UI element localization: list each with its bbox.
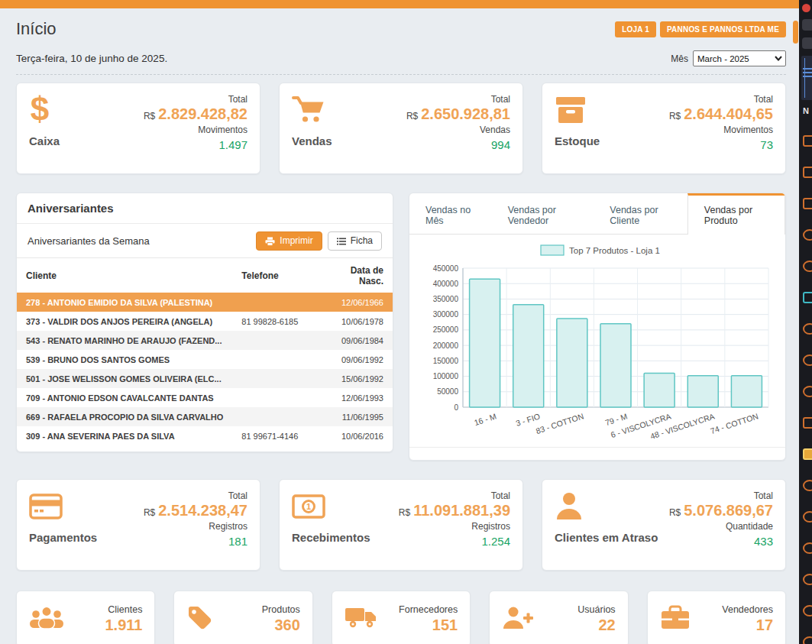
app-dock-icon[interactable] (803, 292, 812, 303)
mini-chart-thumbnail (801, 56, 812, 100)
strip-letter-label: N (803, 106, 812, 115)
column-header-data-nasc: Data de Nasc. (321, 258, 393, 293)
client-cell: 543 - RENATO MARINHO DE ARAUJO (FAZEND..… (17, 331, 232, 350)
table-row[interactable]: 669 - RAFAELA PROCOPIO DA SILVA CARVALHO… (17, 407, 393, 426)
currency-prefix: R$ (399, 507, 410, 518)
tab-vendas-por-produto[interactable]: Vendas por Produto (687, 193, 785, 235)
app-dock-icon[interactable] (803, 417, 812, 429)
scrollbar-thumb[interactable] (793, 21, 798, 44)
tab-vendas-no-mes[interactable]: Vendas no Mês (409, 193, 492, 234)
total-value: R$2.650.928,81 (406, 105, 510, 123)
app-dock-icon[interactable] (803, 135, 812, 147)
stat-card-label: Pagamentos (29, 531, 97, 544)
total-label: Total (669, 94, 773, 105)
company-badge[interactable]: PANNOS E PANNOS LTDA ME (660, 21, 786, 37)
birthdays-table: Cliente Telefone Data de Nasc. 278 - ANT… (17, 257, 393, 445)
birthdate-cell: 09/06/1992 (321, 350, 393, 369)
stat-card-estoque[interactable]: Estoque Total R$2.644.404,65 Movimentos … (542, 83, 786, 174)
svg-text:200000: 200000 (433, 341, 459, 350)
top-navigation-bar (0, 0, 799, 8)
page-title: Início (16, 19, 57, 39)
stat-card-pagamentos[interactable]: Pagamentos Total R$2.514.238,47 Registro… (16, 479, 260, 571)
stat-card-clientes-em-atraso[interactable]: Clientes em Atraso Total R$5.076.869,67 … (542, 479, 786, 571)
total-label: Total (144, 490, 247, 501)
stat-card-label: Caixa (29, 134, 60, 147)
column-header-cliente: Cliente (17, 258, 232, 293)
store-badge[interactable]: LOJA 1 (615, 21, 656, 37)
app-dock-icon[interactable] (803, 636, 812, 644)
app-dock-icon[interactable] (803, 448, 812, 460)
total-label: Total (669, 490, 773, 501)
current-date-text: Terça-feira, 10 de junho de 2025. (16, 53, 167, 64)
svg-text:250000: 250000 (433, 325, 459, 334)
stat-card-caixa[interactable]: $ Caixa Total R$2.829.428,82 Movimentos … (16, 83, 260, 174)
column-header-telefone: Telefone (232, 258, 320, 293)
side-app-strip: N (799, 0, 812, 644)
sub-value: 181 (144, 535, 247, 548)
credit-card-icon (29, 489, 97, 524)
currency-prefix: R$ (406, 111, 418, 121)
birthdate-cell: 12/06/1966 (321, 293, 393, 312)
birthdate-cell: 15/06/1992 (321, 369, 393, 388)
list-icon (337, 238, 346, 245)
mini-card-label: Clientes (105, 604, 142, 615)
total-value: R$2.514.238,47 (144, 502, 247, 519)
stat-card-label: Vendas (292, 134, 332, 147)
month-select[interactable]: March - 2025 (693, 50, 786, 66)
stat-card-vendas[interactable]: Vendas Total R$2.650.928,81 Vendas 994 (279, 83, 523, 174)
app-dock-icon[interactable] (803, 229, 812, 241)
app-dock-icon[interactable] (803, 574, 812, 585)
app-tile-icon[interactable] (802, 37, 812, 49)
mini-card-value: 17 (722, 616, 773, 634)
app-dock-icon[interactable] (803, 354, 812, 366)
mini-card-clientes[interactable]: Clientes 1.911 (16, 591, 155, 644)
table-row[interactable]: 709 - ANTONIO EDSON CAVALCANTE DANTAS 12… (17, 388, 393, 407)
table-row[interactable]: 309 - ANA SEVERINA PAES DA SILVA 81 9967… (17, 426, 393, 445)
chart-tabs: Vendas no Mês Vendas por Vendedor Vendas… (409, 193, 785, 235)
mini-card-value: 151 (399, 616, 458, 634)
stat-card-label: Clientes em Atraso (555, 531, 658, 544)
mini-card-usuarios[interactable]: Usuários 22 (489, 591, 628, 644)
app-dock-icon[interactable] (803, 261, 812, 272)
mini-card-label: Produtos (262, 604, 300, 615)
table-row[interactable]: 501 - JOSE WELISSON GOMES OLIVEIRA (ELC.… (17, 369, 393, 388)
red-dot-icon (802, 4, 810, 12)
app-dock-icon[interactable] (803, 542, 812, 554)
mini-card-vendedores[interactable]: Vendedores 17 (647, 591, 786, 644)
app-dock-icon[interactable] (803, 167, 812, 178)
tab-vendas-por-cliente[interactable]: Vendas por Cliente (594, 193, 687, 234)
stat-card-recebimentos[interactable]: 1 Recebimentos Total R$11.091.881,39 Reg… (279, 479, 523, 571)
mini-card-label: Usuários (577, 604, 615, 615)
tab-vendas-por-vendedor[interactable]: Vendas por Vendedor (492, 193, 594, 234)
sub-value: 1.497 (144, 138, 247, 151)
sub-label: Vendas (406, 125, 510, 135)
app-tile-icon[interactable] (802, 19, 812, 31)
table-header-row: Cliente Telefone Data de Nasc. (17, 258, 393, 293)
app-dock-icon[interactable] (803, 323, 812, 335)
client-cell: 309 - ANA SEVERINA PAES DA SILVA (17, 426, 232, 445)
table-row[interactable]: 543 - RENATO MARINHO DE ARAUJO (FAZEND..… (17, 331, 393, 350)
truck-icon (345, 605, 378, 633)
currency-prefix: R$ (669, 507, 681, 518)
table-row[interactable]: 278 - ANTONIO EMIDIO DA SILVA (PALESTINA… (17, 293, 393, 312)
ficha-button[interactable]: Ficha (328, 231, 382, 251)
table-row[interactable]: 539 - BRUNO DOS SANTOS GOMES 09/06/1992 (17, 350, 393, 369)
top-products-bar-chart: Top 7 Produtos - Loja 105000010000015000… (419, 242, 776, 439)
total-amount: 2.644.404,65 (684, 105, 773, 122)
svg-text:0: 0 (454, 403, 458, 412)
app-dock-icon[interactable] (803, 511, 812, 523)
app-dock-icon[interactable] (803, 198, 812, 209)
table-row[interactable]: 373 - VALDIR DOS ANJOS PEREIRA (ANGELA) … (17, 312, 393, 331)
app-dock-icon[interactable] (803, 386, 812, 397)
total-amount: 5.076.869,67 (684, 502, 773, 519)
app-dock-icon[interactable] (803, 605, 812, 616)
tag-icon (186, 604, 212, 633)
dashboard-window: Início LOJA 1 PANNOS E PANNOS LTDA ME Te… (0, 0, 799, 644)
mini-card-produtos[interactable]: Produtos 360 (173, 591, 312, 644)
mini-card-fornecedores[interactable]: Fornecedores 151 (332, 591, 471, 644)
printer-icon (265, 237, 275, 246)
print-button[interactable]: Imprimir (256, 231, 322, 251)
app-dock-icon[interactable] (803, 480, 812, 491)
birthdays-panel: Aniversariantes Aniversariantes da Seman… (16, 193, 393, 452)
client-cell: 278 - ANTONIO EMIDIO DA SILVA (PALESTINA… (17, 293, 232, 312)
